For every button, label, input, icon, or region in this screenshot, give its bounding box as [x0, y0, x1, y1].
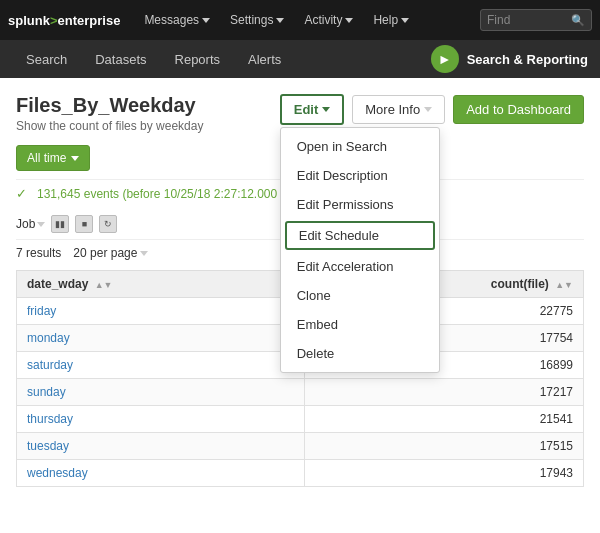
column-header-date-wday[interactable]: date_wday ▲▼	[17, 271, 305, 298]
nav-search[interactable]: Search	[12, 40, 81, 78]
chevron-down-icon	[322, 107, 330, 112]
find-search-box[interactable]: 🔍	[480, 9, 592, 31]
activity-menu[interactable]: Activity	[296, 9, 361, 31]
open-in-search-item[interactable]: Open in Search	[281, 132, 439, 161]
day-cell[interactable]: tuesday	[17, 433, 305, 460]
count-cell: 17217	[305, 379, 584, 406]
pause-button[interactable]: ▮▮	[51, 215, 69, 233]
embed-item[interactable]: Embed	[281, 310, 439, 339]
day-cell[interactable]: saturday	[17, 352, 305, 379]
clone-item[interactable]: Clone	[281, 281, 439, 310]
nav-datasets[interactable]: Datasets	[81, 40, 160, 78]
edit-description-item[interactable]: Edit Description	[281, 161, 439, 190]
app-nav-items: Search Datasets Reports Alerts	[12, 40, 431, 78]
checkmark-icon: ✓	[16, 186, 27, 201]
edit-button[interactable]: Edit	[280, 94, 345, 125]
delete-item[interactable]: Delete	[281, 339, 439, 368]
edit-acceleration-item[interactable]: Edit Acceleration	[281, 252, 439, 281]
edit-dropdown-container: Edit Open in Search Edit Description Edi…	[280, 94, 345, 125]
count-cell: 17943	[305, 460, 584, 487]
chevron-down-icon	[345, 18, 353, 23]
report-title: Files_By_Weekday	[16, 94, 203, 117]
day-cell[interactable]: friday	[17, 298, 305, 325]
count-cell: 21541	[305, 406, 584, 433]
sort-icon: ▲▼	[555, 280, 573, 290]
events-count: 131,645 events (before 10/25/18 2:27:12.…	[37, 187, 277, 201]
nav-reports[interactable]: Reports	[161, 40, 235, 78]
app-icon: ►	[431, 45, 459, 73]
chevron-down-icon	[140, 251, 148, 256]
day-cell[interactable]: thursday	[17, 406, 305, 433]
messages-menu[interactable]: Messages	[136, 9, 218, 31]
job-label[interactable]: Job	[16, 217, 45, 231]
table-row: wednesday17943	[17, 460, 584, 487]
header-actions: Edit Open in Search Edit Description Edi…	[280, 94, 584, 125]
chevron-down-icon	[71, 156, 79, 161]
add-to-dashboard-button[interactable]: Add to Dashboard	[453, 95, 584, 124]
day-cell[interactable]: wednesday	[17, 460, 305, 487]
splunk-logo: splunk>enterprise	[8, 13, 120, 28]
table-row: sunday17217	[17, 379, 584, 406]
results-count: 7 results	[16, 246, 61, 260]
chevron-down-icon	[276, 18, 284, 23]
table-row: thursday21541	[17, 406, 584, 433]
app-name: Search & Reporting	[467, 52, 588, 67]
time-range-button[interactable]: All time	[16, 145, 90, 171]
per-page-selector[interactable]: 20 per page	[73, 246, 148, 260]
day-cell[interactable]: monday	[17, 325, 305, 352]
top-nav-items: Messages Settings Activity Help	[136, 9, 480, 31]
stop-button[interactable]: ■	[75, 215, 93, 233]
app-brand: ► Search & Reporting	[431, 45, 588, 73]
report-subtitle: Show the count of files by weekday	[16, 119, 203, 133]
count-cell: 17515	[305, 433, 584, 460]
table-row: tuesday17515	[17, 433, 584, 460]
report-header: Files_By_Weekday Show the count of files…	[16, 94, 584, 133]
edit-dropdown-menu: Open in Search Edit Description Edit Per…	[280, 127, 440, 373]
refresh-button[interactable]: ↻	[99, 215, 117, 233]
chevron-down-icon	[401, 18, 409, 23]
main-content: Files_By_Weekday Show the count of files…	[0, 78, 600, 533]
chevron-down-icon	[37, 222, 45, 227]
help-menu[interactable]: Help	[365, 9, 417, 31]
chevron-down-icon	[202, 18, 210, 23]
more-info-button[interactable]: More Info	[352, 95, 445, 124]
find-input[interactable]	[487, 13, 567, 27]
top-navigation: splunk>enterprise Messages Settings Acti…	[0, 0, 600, 40]
sort-icon: ▲▼	[95, 280, 113, 290]
search-icon: 🔍	[571, 14, 585, 27]
report-title-section: Files_By_Weekday Show the count of files…	[16, 94, 203, 133]
settings-menu[interactable]: Settings	[222, 9, 292, 31]
chevron-down-icon	[424, 107, 432, 112]
nav-alerts[interactable]: Alerts	[234, 40, 295, 78]
day-cell[interactable]: sunday	[17, 379, 305, 406]
edit-permissions-item[interactable]: Edit Permissions	[281, 190, 439, 219]
app-navigation: Search Datasets Reports Alerts ► Search …	[0, 40, 600, 78]
edit-schedule-item[interactable]: Edit Schedule	[285, 221, 435, 250]
